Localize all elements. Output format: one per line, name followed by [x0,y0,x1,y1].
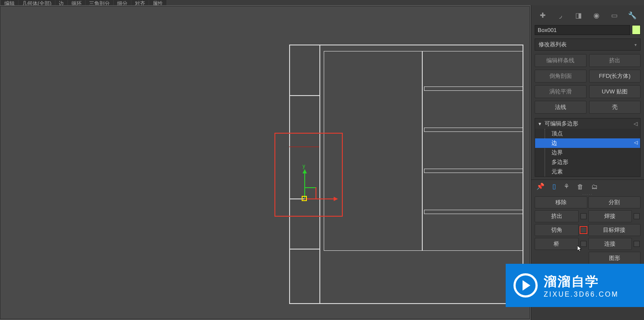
btn-weld[interactable]: 焊接 [588,210,632,222]
btn-extrude-mod[interactable]: 挤出 [589,54,641,67]
subobj-element[interactable]: 元素 [535,167,640,176]
object-name-input[interactable] [535,25,630,35]
subobj-edge-active-icon: ◁ [634,140,638,145]
wire-shelf-2 [424,128,523,132]
btn-target-weld[interactable]: 目标焊接 [588,224,641,236]
show-end-result-icon[interactable]: ▯ [552,182,556,190]
ribbon-tabs: 编辑 几何体(全部) 边 循环 三角剖分 细分 对齐 属性 [0,0,644,5]
btn-connect[interactable]: 连接 [588,238,632,250]
display-tab-icon[interactable]: ▭ [608,9,621,22]
gizmo-y-arrow[interactable] [303,169,307,173]
watermark-banner: 溜溜自学 ZIXUE.3D66.COM [506,264,644,307]
subobj-polygon[interactable]: 多边形 [535,157,640,167]
btn-bridge[interactable]: 桥 [535,238,579,250]
btn-turbosmooth[interactable]: 涡轮平滑 [535,85,587,98]
command-panel-tabs: ✚ ◞ ◨ ◉ ▭ 🔧 [531,5,644,23]
gizmo-x-arrow[interactable] [334,197,338,201]
wire-left-h1 [289,95,319,96]
wire-shelf-1 [424,86,523,91]
stack-header-label: 可编辑多边形 [545,120,578,128]
wire-inner-v [422,51,423,251]
btn-extrude-edge[interactable]: 挤出 [535,210,579,222]
btn-split[interactable]: 分割 [588,196,641,208]
gizmo-y-label: y [303,163,305,169]
btn-chamfer[interactable]: 切角 [535,224,579,236]
btn-ffd-box[interactable]: FFD(长方体) [589,70,641,83]
make-unique-icon[interactable]: ⚘ [564,182,569,190]
wire-shelf-4 [424,210,523,214]
utilities-tab-icon[interactable]: 🔧 [626,9,639,22]
watermark-url: ZIXUE.3D66.COM [544,291,619,298]
watermark-title: 溜溜自学 [544,273,619,291]
stack-editable-poly[interactable]: ▼ 可编辑多边形 ◁ [535,118,640,129]
modifier-list-label: 修改器列表 [539,41,567,48]
connect-settings-icon[interactable] [634,241,640,247]
btn-shell[interactable]: 壳 [589,101,641,114]
modifier-list-dropdown[interactable]: 修改器列表 [535,38,641,51]
subobj-edge[interactable]: 边 ◁ [535,138,640,148]
subobj-border[interactable]: 边界 [535,148,640,157]
remove-modifier-icon[interactable]: 🗑 [577,183,583,190]
motion-tab-icon[interactable]: ◉ [590,9,603,22]
hierarchy-tab-icon[interactable]: ◨ [572,9,585,22]
pin-stack-icon[interactable]: 📌 [536,182,545,190]
configure-sets-icon[interactable]: 🗂 [591,183,598,190]
subobj-vertex[interactable]: 顶点 [535,129,640,138]
wire-inner-frame [324,51,523,251]
create-tab-icon[interactable]: ✚ [536,9,549,22]
chamfer-settings-icon[interactable] [580,227,587,233]
object-color-swatch[interactable] [632,25,641,35]
stack-header-end-icon: ◁ [634,121,638,127]
btn-bevel-profile[interactable]: 倒角剖面 [535,70,587,83]
wire-left-h3 [289,249,319,250]
wire-shelf-3 [424,169,523,173]
play-icon [513,273,538,298]
gizmo-y-axis[interactable] [304,173,305,198]
weld-settings-icon[interactable] [634,213,640,219]
selection-marquee [274,133,343,217]
stack-toolbar: 📌 ▯ ⚘ 🗑 🗂 [531,179,644,193]
gizmo-origin-handle[interactable] [302,196,307,201]
selected-edge [289,147,319,147]
viewport-area[interactable]: y [0,5,531,320]
gizmo-x-axis[interactable] [304,198,335,199]
gizmo-plane-v[interactable] [316,187,316,198]
btn-edit-spline[interactable]: 编辑样条线 [535,54,587,67]
modify-tab-icon[interactable]: ◞ [554,9,567,22]
bridge-settings-icon[interactable] [580,241,587,247]
edit-edges-rollout: 移除 分割 挤出 焊接 切角 目标焊接 桥 连接 [531,195,644,251]
expand-icon[interactable]: ▼ [538,122,542,126]
viewport[interactable]: y [0,6,530,319]
extrude-settings-icon[interactable] [580,213,587,219]
btn-normal[interactable]: 法线 [535,101,587,114]
modifier-stack: ▼ 可编辑多边形 ◁ 顶点 边 ◁ 边界 多边形 元素 [535,118,641,177]
btn-uvw-map[interactable]: UVW 贴图 [589,85,641,98]
btn-remove[interactable]: 移除 [535,196,587,208]
gizmo-plane-h[interactable] [304,187,316,188]
btn-create-shape[interactable]: 图形 [589,252,641,265]
